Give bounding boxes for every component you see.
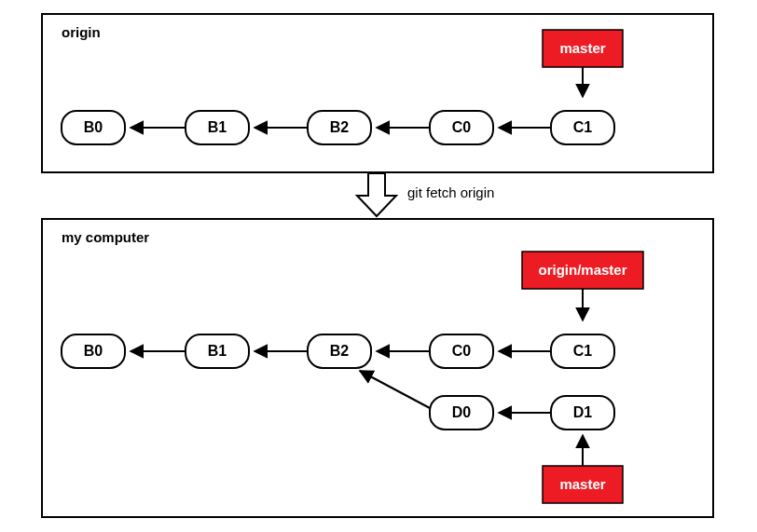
local-title: my computer: [62, 229, 149, 245]
commit-c0-local: C0: [452, 343, 472, 359]
fetch-command: git fetch origin: [407, 184, 494, 200]
arrow-d0-b2: [360, 371, 430, 408]
fetch-arrow-icon: [357, 173, 396, 216]
branch-master-origin-label: master: [559, 40, 605, 56]
local-main-row: B0 B1 B2 C0 C1: [62, 334, 614, 368]
commit-c1-origin: C1: [573, 119, 593, 135]
commit-b2-local: B2: [330, 343, 350, 359]
commit-b1-local: B1: [208, 343, 227, 359]
commit-c0-origin: C0: [452, 119, 472, 135]
commit-d0: D0: [452, 404, 472, 420]
origin-title: origin: [62, 24, 101, 40]
commit-b0-origin: B0: [84, 119, 103, 135]
commit-b1-origin: B1: [208, 119, 227, 135]
branch-origin-master-label: origin/master: [538, 262, 626, 278]
branch-master-local-label: master: [559, 476, 605, 492]
commit-d1: D1: [573, 404, 593, 420]
origin-commits-row: B0 B1 B2 C0 C1: [62, 111, 614, 144]
commit-b0-local: B0: [84, 343, 103, 359]
commit-c1-local: C1: [573, 343, 593, 359]
commit-b2-origin: B2: [330, 119, 350, 135]
local-d-row: D0 D1: [360, 371, 614, 430]
git-fetch-diagram: origin master B0 B1 B2 C0 C1 git fetch o…: [0, 0, 757, 532]
